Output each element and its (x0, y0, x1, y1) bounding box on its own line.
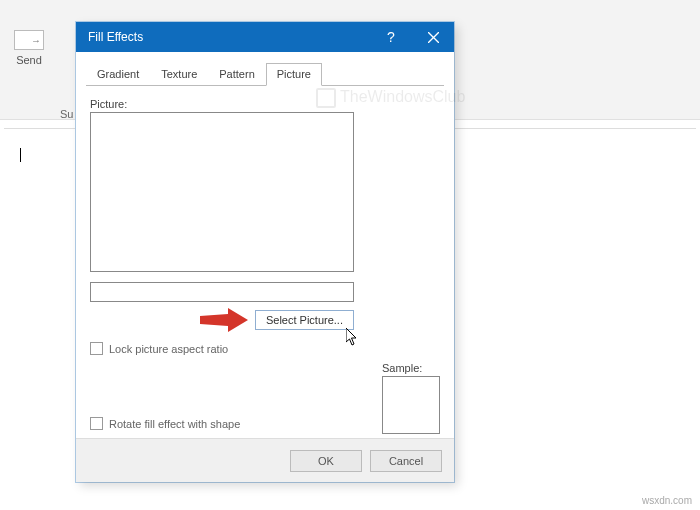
cancel-button[interactable]: Cancel (370, 450, 442, 472)
dialog-body: Picture: Select Picture... Lock picture … (76, 86, 454, 438)
sample-label: Sample: (382, 362, 440, 374)
lock-aspect-row[interactable]: Lock picture aspect ratio (90, 342, 440, 355)
dialog-button-row: OK Cancel (76, 438, 454, 482)
svg-marker-2 (200, 308, 248, 332)
sample-area: Sample: (382, 362, 440, 434)
tabstrip: Gradient Texture Pattern Picture (86, 62, 444, 86)
dialog-title: Fill Effects (88, 30, 143, 44)
rotate-checkbox[interactable] (90, 417, 103, 430)
tab-pattern[interactable]: Pattern (208, 63, 265, 86)
tab-picture[interactable]: Picture (266, 63, 322, 86)
select-picture-row: Select Picture... (90, 310, 354, 330)
ok-button[interactable]: OK (290, 450, 362, 472)
select-picture-button[interactable]: Select Picture... (255, 310, 354, 330)
tab-texture[interactable]: Texture (150, 63, 208, 86)
help-button[interactable]: ? (370, 22, 412, 52)
site-credit: wsxdn.com (642, 495, 692, 506)
send-icon (14, 30, 44, 50)
text-caret (20, 148, 21, 162)
subject-prefix: Su (60, 108, 73, 120)
fill-effects-dialog: Fill Effects ? Gradient Texture Pattern … (76, 22, 454, 482)
close-button[interactable] (412, 22, 454, 52)
annotation-arrow-icon (200, 308, 248, 335)
send-label: Send (10, 54, 48, 66)
picture-label: Picture: (90, 98, 440, 110)
close-icon (428, 32, 439, 43)
rotate-label: Rotate fill effect with shape (109, 418, 240, 430)
lock-aspect-label: Lock picture aspect ratio (109, 343, 228, 355)
picture-path-input[interactable] (90, 282, 354, 302)
send-button[interactable]: Send (10, 30, 48, 66)
picture-preview (90, 112, 354, 272)
lock-aspect-checkbox[interactable] (90, 342, 103, 355)
rotate-row[interactable]: Rotate fill effect with shape (90, 417, 240, 430)
dialog-titlebar[interactable]: Fill Effects ? (76, 22, 454, 52)
sample-preview (382, 376, 440, 434)
tab-gradient[interactable]: Gradient (86, 63, 150, 86)
cursor-icon (346, 328, 360, 349)
send-area: Send (10, 30, 48, 66)
